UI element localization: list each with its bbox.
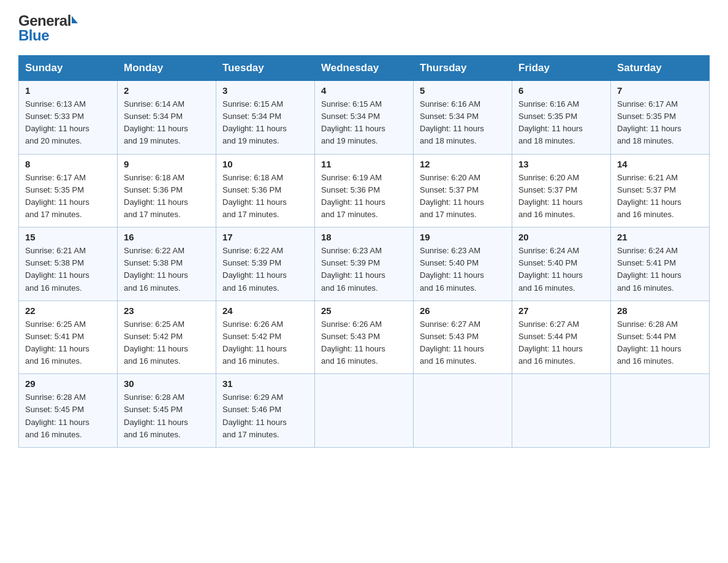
day-number: 1	[25, 85, 112, 96]
day-number: 13	[518, 159, 605, 169]
calendar-cell: 3 Sunrise: 6:15 AMSunset: 5:34 PMDayligh…	[216, 81, 315, 155]
calendar-cell: 24 Sunrise: 6:26 AMSunset: 5:42 PMDaylig…	[216, 301, 315, 374]
day-info: Sunrise: 6:13 AMSunset: 5:33 PMDaylight:…	[25, 99, 89, 145]
day-info: Sunrise: 6:23 AMSunset: 5:40 PMDaylight:…	[420, 246, 484, 292]
calendar-week-row: 8 Sunrise: 6:17 AMSunset: 5:35 PMDayligh…	[19, 154, 710, 228]
day-number: 29	[25, 378, 112, 389]
calendar-cell: 13 Sunrise: 6:20 AMSunset: 5:37 PMDaylig…	[512, 154, 611, 228]
day-number: 28	[617, 305, 704, 316]
calendar-cell: 31 Sunrise: 6:29 AMSunset: 5:46 PMDaylig…	[216, 374, 315, 448]
day-number: 20	[518, 232, 605, 242]
day-number: 14	[617, 159, 704, 169]
day-info: Sunrise: 6:18 AMSunset: 5:36 PMDaylight:…	[222, 173, 287, 219]
day-number: 31	[222, 378, 309, 389]
day-info: Sunrise: 6:27 AMSunset: 5:43 PMDaylight:…	[420, 320, 484, 366]
day-info: Sunrise: 6:21 AMSunset: 5:37 PMDaylight:…	[617, 173, 681, 219]
calendar-cell: 30 Sunrise: 6:28 AMSunset: 5:45 PMDaylig…	[118, 374, 216, 448]
calendar-header-row: SundayMondayTuesdayWednesdayThursdayFrid…	[19, 56, 710, 81]
calendar-cell: 1 Sunrise: 6:13 AMSunset: 5:33 PMDayligh…	[19, 81, 118, 155]
day-info: Sunrise: 6:25 AMSunset: 5:42 PMDaylight:…	[124, 320, 188, 366]
calendar-cell	[315, 374, 414, 448]
logo-blue-text: Blue	[18, 27, 49, 44]
calendar-cell: 23 Sunrise: 6:25 AMSunset: 5:42 PMDaylig…	[118, 301, 216, 374]
day-info: Sunrise: 6:28 AMSunset: 5:45 PMDaylight:…	[124, 393, 188, 439]
day-info: Sunrise: 6:22 AMSunset: 5:38 PMDaylight:…	[124, 246, 188, 292]
day-number: 24	[222, 305, 309, 316]
logo-arrow-icon	[72, 16, 78, 23]
calendar-week-row: 15 Sunrise: 6:21 AMSunset: 5:38 PMDaylig…	[19, 228, 710, 301]
calendar-cell	[611, 374, 710, 448]
day-number: 2	[124, 85, 211, 96]
calendar-cell: 25 Sunrise: 6:26 AMSunset: 5:43 PMDaylig…	[315, 301, 414, 374]
calendar-cell: 16 Sunrise: 6:22 AMSunset: 5:38 PMDaylig…	[118, 228, 216, 301]
day-info: Sunrise: 6:27 AMSunset: 5:44 PMDaylight:…	[518, 320, 583, 366]
day-info: Sunrise: 6:18 AMSunset: 5:36 PMDaylight:…	[124, 173, 188, 219]
day-number: 25	[321, 305, 408, 316]
day-number: 16	[124, 232, 211, 242]
logo: General Blue	[18, 12, 78, 44]
calendar-week-row: 1 Sunrise: 6:13 AMSunset: 5:33 PMDayligh…	[19, 81, 710, 155]
day-number: 30	[124, 378, 211, 389]
day-info: Sunrise: 6:17 AMSunset: 5:35 PMDaylight:…	[25, 173, 89, 219]
day-number: 6	[518, 85, 605, 96]
day-number: 17	[222, 232, 309, 242]
col-header-friday: Friday	[512, 56, 611, 81]
calendar-cell	[414, 374, 512, 448]
calendar-cell: 18 Sunrise: 6:23 AMSunset: 5:39 PMDaylig…	[315, 228, 414, 301]
day-info: Sunrise: 6:24 AMSunset: 5:41 PMDaylight:…	[617, 246, 681, 292]
day-info: Sunrise: 6:25 AMSunset: 5:41 PMDaylight:…	[25, 320, 89, 366]
calendar-cell: 22 Sunrise: 6:25 AMSunset: 5:41 PMDaylig…	[19, 301, 118, 374]
calendar-cell: 15 Sunrise: 6:21 AMSunset: 5:38 PMDaylig…	[19, 228, 118, 301]
day-number: 4	[321, 85, 408, 96]
col-header-tuesday: Tuesday	[216, 56, 315, 81]
day-info: Sunrise: 6:20 AMSunset: 5:37 PMDaylight:…	[518, 173, 583, 219]
calendar-table: SundayMondayTuesdayWednesdayThursdayFrid…	[18, 55, 710, 448]
calendar-cell: 27 Sunrise: 6:27 AMSunset: 5:44 PMDaylig…	[512, 301, 611, 374]
calendar-cell	[512, 374, 611, 448]
col-header-thursday: Thursday	[414, 56, 512, 81]
calendar-cell: 29 Sunrise: 6:28 AMSunset: 5:45 PMDaylig…	[19, 374, 118, 448]
calendar-cell: 14 Sunrise: 6:21 AMSunset: 5:37 PMDaylig…	[611, 154, 710, 228]
day-number: 22	[25, 305, 112, 316]
calendar-week-row: 29 Sunrise: 6:28 AMSunset: 5:45 PMDaylig…	[19, 374, 710, 448]
calendar-cell: 26 Sunrise: 6:27 AMSunset: 5:43 PMDaylig…	[414, 301, 512, 374]
calendar-cell: 7 Sunrise: 6:17 AMSunset: 5:35 PMDayligh…	[611, 81, 710, 155]
day-number: 19	[420, 232, 507, 242]
calendar-cell: 5 Sunrise: 6:16 AMSunset: 5:34 PMDayligh…	[414, 81, 512, 155]
day-info: Sunrise: 6:21 AMSunset: 5:38 PMDaylight:…	[25, 246, 89, 292]
col-header-sunday: Sunday	[19, 56, 118, 81]
day-info: Sunrise: 6:16 AMSunset: 5:34 PMDaylight:…	[420, 99, 484, 145]
day-number: 18	[321, 232, 408, 242]
col-header-monday: Monday	[118, 56, 216, 81]
day-info: Sunrise: 6:29 AMSunset: 5:46 PMDaylight:…	[222, 393, 287, 439]
calendar-cell: 8 Sunrise: 6:17 AMSunset: 5:35 PMDayligh…	[19, 154, 118, 228]
day-info: Sunrise: 6:23 AMSunset: 5:39 PMDaylight:…	[321, 246, 385, 292]
calendar-cell: 4 Sunrise: 6:15 AMSunset: 5:34 PMDayligh…	[315, 81, 414, 155]
day-number: 8	[25, 159, 112, 169]
day-number: 26	[420, 305, 507, 316]
calendar-cell: 20 Sunrise: 6:24 AMSunset: 5:40 PMDaylig…	[512, 228, 611, 301]
day-number: 3	[222, 85, 309, 96]
calendar-cell: 19 Sunrise: 6:23 AMSunset: 5:40 PMDaylig…	[414, 228, 512, 301]
day-info: Sunrise: 6:22 AMSunset: 5:39 PMDaylight:…	[222, 246, 287, 292]
day-info: Sunrise: 6:15 AMSunset: 5:34 PMDaylight:…	[321, 99, 385, 145]
calendar-cell: 17 Sunrise: 6:22 AMSunset: 5:39 PMDaylig…	[216, 228, 315, 301]
page-header: General Blue	[18, 12, 710, 44]
calendar-cell: 28 Sunrise: 6:28 AMSunset: 5:44 PMDaylig…	[611, 301, 710, 374]
day-info: Sunrise: 6:15 AMSunset: 5:34 PMDaylight:…	[222, 99, 287, 145]
day-number: 10	[222, 159, 309, 169]
calendar-cell: 10 Sunrise: 6:18 AMSunset: 5:36 PMDaylig…	[216, 154, 315, 228]
day-info: Sunrise: 6:17 AMSunset: 5:35 PMDaylight:…	[617, 99, 681, 145]
day-number: 11	[321, 159, 408, 169]
day-info: Sunrise: 6:24 AMSunset: 5:40 PMDaylight:…	[518, 246, 583, 292]
day-number: 7	[617, 85, 704, 96]
day-info: Sunrise: 6:26 AMSunset: 5:42 PMDaylight:…	[222, 320, 287, 366]
col-header-saturday: Saturday	[611, 56, 710, 81]
day-info: Sunrise: 6:14 AMSunset: 5:34 PMDaylight:…	[124, 99, 188, 145]
day-number: 23	[124, 305, 211, 316]
day-info: Sunrise: 6:28 AMSunset: 5:45 PMDaylight:…	[25, 393, 89, 439]
day-number: 21	[617, 232, 704, 242]
day-number: 5	[420, 85, 507, 96]
day-number: 9	[124, 159, 211, 169]
calendar-cell: 6 Sunrise: 6:16 AMSunset: 5:35 PMDayligh…	[512, 81, 611, 155]
